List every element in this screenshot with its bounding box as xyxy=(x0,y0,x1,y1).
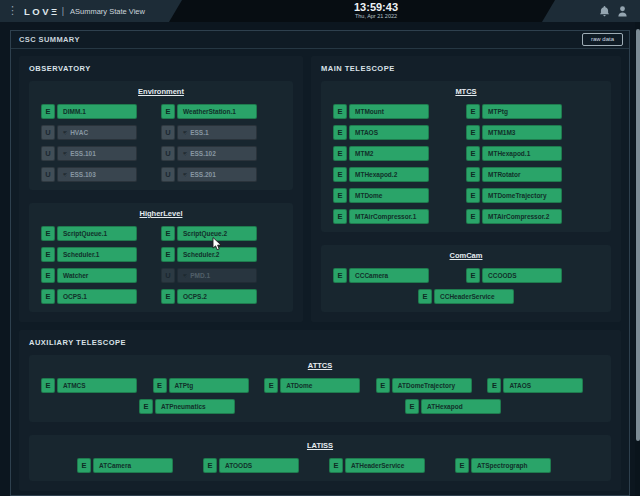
bell-icon[interactable] xyxy=(600,6,609,17)
csc-ATOODS[interactable]: EATOODS xyxy=(203,458,299,473)
csc-WeatherStation.1[interactable]: EWeatherStation.1 xyxy=(161,104,281,119)
csc-label: ATPtg xyxy=(169,378,249,393)
csc-MTPtg[interactable]: EMTPtg xyxy=(466,104,599,119)
heartbeat-lost-icon: ♥ xyxy=(183,171,187,178)
csc-HVAC[interactable]: U♥HVAC xyxy=(41,125,161,140)
csc-label: ATOODS xyxy=(219,458,299,473)
csc-state-badge: E xyxy=(333,268,347,283)
csc-Scheduler.2[interactable]: EScheduler.2 xyxy=(161,247,281,262)
panel-groups: EnvironmentEDIMM.1EWeatherStation.1U♥HVA… xyxy=(29,81,293,312)
csc-group-environment: EnvironmentEDIMM.1EWeatherStation.1U♥HVA… xyxy=(29,81,293,190)
csc-label: ♥ESS.103 xyxy=(57,167,137,182)
csc-ESS.102[interactable]: U♥ESS.102 xyxy=(161,146,281,161)
csc-ATDomeTrajectory[interactable]: EATDomeTrajectory xyxy=(376,378,488,393)
csc-state-badge: U xyxy=(41,167,55,182)
csc-label: ♥ESS.101 xyxy=(57,146,137,161)
raw-data-button[interactable]: raw data xyxy=(582,33,623,46)
csc-MTDomeTrajectory[interactable]: EMTDomeTrajectory xyxy=(466,188,599,203)
csc-group-latiss: LATISSEATCameraEATOODSEATHeaderServiceEA… xyxy=(29,435,611,481)
panel-row-top: OBSERVATORY EnvironmentEDIMM.1EWeatherSt… xyxy=(19,56,621,322)
csc-Watcher[interactable]: EWatcher xyxy=(41,268,161,283)
csc-label: Scheduler.2 xyxy=(177,247,257,262)
csc-state-badge: E xyxy=(466,146,480,161)
csc-row: EWatcherU♥PMD.1 xyxy=(41,268,281,283)
csc-MTRotator[interactable]: EMTRotator xyxy=(466,167,599,182)
csc-MTAOS[interactable]: EMTAOS xyxy=(333,125,466,140)
csc-state-badge: E xyxy=(418,289,432,304)
user-icon[interactable] xyxy=(618,6,627,17)
csc-state-badge: E xyxy=(77,458,91,473)
csc-state-badge: U xyxy=(161,167,175,182)
csc-ATHexapod[interactable]: EATHexapod xyxy=(405,399,501,414)
csc-row: EMTM2EMTHexapod.1 xyxy=(333,146,599,161)
csc-MTHexapod.2[interactable]: EMTHexapod.2 xyxy=(333,167,466,182)
csc-ATMCS[interactable]: EATMCS xyxy=(41,378,153,393)
csc-state-badge: E xyxy=(41,104,55,119)
csc-MTM1M3[interactable]: EMTM1M3 xyxy=(466,125,599,140)
csc-Scheduler.1[interactable]: EScheduler.1 xyxy=(41,247,161,262)
csc-state-badge: E xyxy=(466,268,480,283)
csc-label: MTHexapod.2 xyxy=(349,167,429,182)
csc-group-title: MTCS xyxy=(333,87,599,96)
csc-state-badge: E xyxy=(264,378,278,393)
csc-row: EScheduler.1EScheduler.2 xyxy=(41,247,281,262)
panel-groups: MTCSEMTMountEMTPtgEMTAOSEMTM1M3EMTM2EMTH… xyxy=(321,81,611,312)
csc-label: OCPS.2 xyxy=(177,289,257,304)
csc-label: DIMM.1 xyxy=(57,104,137,119)
csc-ATAOS[interactable]: EATAOS xyxy=(487,378,599,393)
csc-ATPtg[interactable]: EATPtg xyxy=(153,378,265,393)
csc-MTHexapod.1[interactable]: EMTHexapod.1 xyxy=(466,146,599,161)
csc-ESS.1[interactable]: U♥ESS.1 xyxy=(161,125,281,140)
csc-MTAirCompressor.1[interactable]: EMTAirCompressor.1 xyxy=(333,209,466,224)
heartbeat-lost-icon: ♥ xyxy=(183,129,187,136)
csc-ScriptQueue.2[interactable]: EScriptQueue.2 xyxy=(161,226,281,241)
csc-row: EOCPS.1EOCPS.2 xyxy=(41,289,281,304)
csc-ATCamera[interactable]: EATCamera xyxy=(77,458,173,473)
csc-label: CCCamera xyxy=(349,268,429,283)
csc-state-badge: E xyxy=(41,378,55,393)
csc-MTAirCompressor.2[interactable]: EMTAirCompressor.2 xyxy=(466,209,599,224)
panel-title: AUXILIARY TELESCOPE xyxy=(29,338,611,347)
csc-label: ♥PMD.1 xyxy=(177,268,257,283)
top-bar: ⋮ LOVΞ | ASummary State View 13:59:43 Th… xyxy=(0,0,640,22)
love-logo: LOVΞ xyxy=(24,6,60,17)
csc-row: U♥ESS.101U♥ESS.102 xyxy=(41,146,281,161)
csc-ESS.101[interactable]: U♥ESS.101 xyxy=(41,146,161,161)
csc-state-badge: E xyxy=(376,378,390,393)
csc-CCOODS[interactable]: ECCOODS xyxy=(466,268,599,283)
kebab-menu-icon[interactable]: ⋮ xyxy=(7,5,18,16)
csc-row: EScriptQueue.1EScriptQueue.2 xyxy=(41,226,281,241)
csc-OCPS.1[interactable]: EOCPS.1 xyxy=(41,289,161,304)
csc-ScriptQueue.1[interactable]: EScriptQueue.1 xyxy=(41,226,161,241)
csc-label: MTAOS xyxy=(349,125,429,140)
csc-MTMount[interactable]: EMTMount xyxy=(333,104,466,119)
csc-label: ATHexapod xyxy=(421,399,501,414)
csc-state-badge: E xyxy=(203,458,217,473)
csc-ATHeaderService[interactable]: EATHeaderService xyxy=(329,458,425,473)
panel-title: MAIN TELESCOPE xyxy=(321,64,611,73)
csc-MTM2[interactable]: EMTM2 xyxy=(333,146,466,161)
csc-ESS.103[interactable]: U♥ESS.103 xyxy=(41,167,161,182)
csc-label: WeatherStation.1 xyxy=(177,104,257,119)
csc-ATSpectrograph[interactable]: EATSpectrograph xyxy=(455,458,551,473)
csc-state-badge: E xyxy=(333,104,347,119)
csc-OCPS.2[interactable]: EOCPS.2 xyxy=(161,289,281,304)
csc-row: EDIMM.1EWeatherStation.1 xyxy=(41,104,281,119)
csc-CCHeaderService[interactable]: ECCHeaderService xyxy=(418,289,514,304)
csc-CCCamera[interactable]: ECCCamera xyxy=(333,268,466,283)
csc-ESS.201[interactable]: U♥ESS.201 xyxy=(161,167,281,182)
csc-ATPneumatics[interactable]: EATPneumatics xyxy=(139,399,235,414)
csc-state-badge: E xyxy=(161,289,175,304)
csc-label: MTM1M3 xyxy=(482,125,562,140)
csc-PMD.1[interactable]: U♥PMD.1 xyxy=(161,268,281,283)
csc-label: MTM2 xyxy=(349,146,429,161)
csc-state-badge: E xyxy=(41,226,55,241)
csc-DIMM.1[interactable]: EDIMM.1 xyxy=(41,104,161,119)
csc-state-badge: E xyxy=(466,167,480,182)
csc-ATDome[interactable]: EATDome xyxy=(264,378,376,393)
scrollbar-thumb[interactable] xyxy=(636,29,640,441)
csc-row: EMTAOSEMTM1M3 xyxy=(333,125,599,140)
panel-title: OBSERVATORY xyxy=(29,64,293,73)
csc-MTDome[interactable]: EMTDome xyxy=(333,188,466,203)
csc-label: ATHeaderService xyxy=(345,458,425,473)
